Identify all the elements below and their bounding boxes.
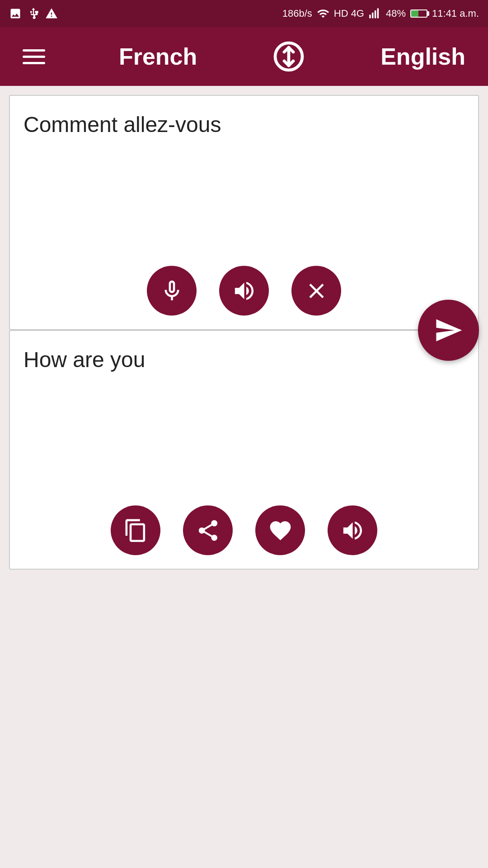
share-icon [196,518,221,543]
target-language-label[interactable]: English [380,43,465,70]
copy-icon [123,518,148,543]
battery-icon [410,9,427,18]
toolbar: French English [0,27,488,86]
main-content: Comment allez-vous [0,86,488,868]
time-display: 11:41 a.m. [432,8,479,19]
output-actions [10,505,478,555]
signal-icon [369,7,381,20]
clear-button[interactable] [291,266,341,316]
image-icon [9,7,22,20]
input-text[interactable]: Comment allez-vous [10,96,478,153]
swap-languages-button[interactable] [271,38,307,75]
network-type: HD 4G [334,8,364,19]
svg-rect-0 [369,14,371,18]
output-panel: How are you [9,330,479,570]
close-icon [304,278,329,303]
input-panel: Comment allez-vous [9,95,479,330]
translate-button[interactable] [418,300,479,361]
svg-rect-2 [375,10,376,19]
status-right-info: 186b/s HD 4G 48% 11:41 a.m. [282,7,479,20]
output-speaker-icon [340,518,365,543]
favorite-button[interactable] [255,505,305,555]
mic-icon [160,278,184,303]
svg-rect-3 [377,8,379,18]
mic-button[interactable] [147,266,197,316]
battery-percent: 48% [386,8,406,19]
status-bar: 186b/s HD 4G 48% 11:41 a.m. [0,0,488,27]
svg-rect-1 [372,13,374,19]
network-speed: 186b/s [282,8,312,19]
output-text: How are you [10,331,478,388]
input-speaker-button[interactable] [219,266,269,316]
send-icon [434,316,463,345]
input-actions [10,266,478,316]
menu-button[interactable] [23,49,45,64]
warning-icon [45,7,58,20]
usb-icon [27,7,40,20]
share-button[interactable] [183,505,233,555]
status-left-icons [9,7,58,20]
output-speaker-button[interactable] [328,505,377,555]
speaker-icon [232,278,257,303]
copy-button[interactable] [111,505,160,555]
heart-icon [268,518,293,543]
wifi-icon [317,7,329,20]
source-language-label[interactable]: French [119,43,197,70]
